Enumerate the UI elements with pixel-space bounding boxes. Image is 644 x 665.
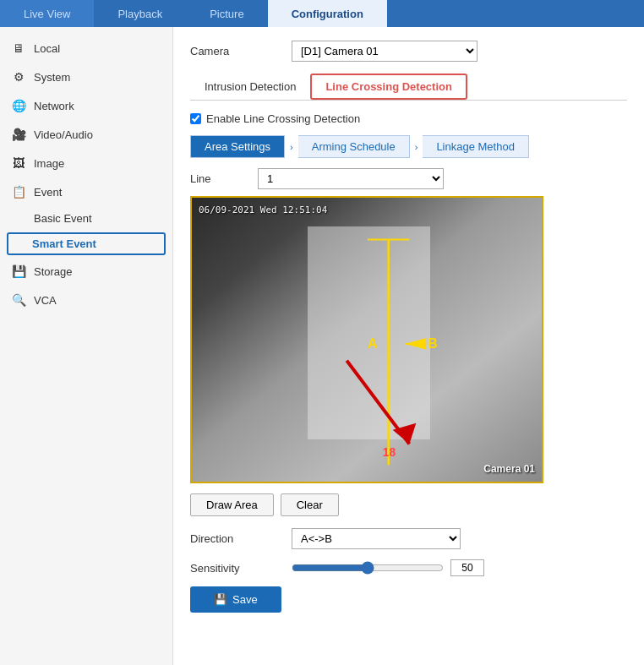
draw-clear-buttons: Draw Area Clear: [190, 493, 627, 516]
nav-live-view[interactable]: Live View: [0, 0, 94, 27]
subtab-linkage-method[interactable]: Linkage Method: [423, 135, 529, 158]
direction-label: Direction: [190, 532, 292, 545]
detection-tabs: Intrusion Detection Line Crossing Detect…: [190, 74, 627, 101]
sensitivity-row: Sensitivity 50: [190, 559, 627, 576]
sidebar-label-video-audio: Video/Audio: [34, 128, 93, 141]
enable-line-crossing-label: Enable Line Crossing Detection: [206, 112, 360, 125]
direction-row: Direction A<->BA->BB->A: [190, 528, 627, 549]
video-icon: 🎥: [10, 128, 27, 141]
subtab-arrow-1: ›: [285, 135, 298, 158]
main-layout: 🖥 Local ⚙ System 🌐 Network 🎥 Video/Audio…: [0, 27, 644, 665]
image-icon: 🖼: [10, 156, 27, 170]
sensitivity-slider[interactable]: [292, 561, 444, 575]
svg-text:18: 18: [383, 445, 396, 459]
save-label: Save: [232, 593, 258, 606]
main-content-area: Camera [D1] Camera 01[D2] Camera 02[D3] …: [173, 27, 644, 665]
camera-label-overlay: Camera 01: [483, 463, 535, 475]
sidebar-item-event[interactable]: 📋 Event: [0, 177, 172, 206]
vca-icon: 🔍: [10, 293, 27, 307]
sidebar-item-smart-event[interactable]: Smart Event: [7, 232, 166, 255]
subtab-area-settings[interactable]: Area Settings: [190, 135, 285, 158]
save-button[interactable]: 💾 Save: [190, 586, 281, 613]
monitor-icon: 🖥: [10, 41, 27, 55]
subtab-arrow-2: ›: [410, 135, 423, 158]
save-icon: 💾: [214, 593, 227, 606]
event-icon: 📋: [10, 185, 27, 199]
svg-text:A: A: [368, 336, 377, 351]
sidebar-item-image[interactable]: 🖼 Image: [0, 149, 172, 177]
sidebar-label-image: Image: [34, 157, 64, 170]
sidebar-item-system[interactable]: ⚙ System: [0, 63, 172, 91]
clear-button[interactable]: Clear: [281, 493, 339, 516]
enable-line-crossing-checkbox[interactable]: [190, 113, 201, 124]
sidebar-label-storage: Storage: [34, 265, 73, 278]
line-row: Line 1 2 3 4: [190, 168, 627, 189]
camera-label: Camera: [190, 45, 292, 57]
sidebar: 🖥 Local ⚙ System 🌐 Network 🎥 Video/Audio…: [0, 27, 173, 665]
line-select[interactable]: 1 2 3 4: [258, 168, 444, 189]
gear-icon: ⚙: [10, 70, 27, 84]
sidebar-label-system: System: [34, 71, 70, 84]
sensitivity-slider-container: 50: [292, 559, 484, 576]
sidebar-item-basic-event[interactable]: Basic Event: [0, 206, 172, 231]
direction-select[interactable]: A<->BA->BB->A: [292, 528, 461, 549]
subtab-arming-schedule[interactable]: Arming Schedule: [298, 135, 410, 158]
svg-text:B: B: [428, 336, 437, 351]
top-navigation: Live View Playback Picture Configuration: [0, 0, 644, 27]
sidebar-label-local: Local: [34, 42, 60, 55]
sidebar-label-network: Network: [34, 100, 74, 112]
tab-line-crossing-detection[interactable]: Line Crossing Detection: [310, 74, 467, 100]
sidebar-item-local[interactable]: 🖥 Local: [0, 34, 172, 63]
sidebar-item-network[interactable]: 🌐 Network: [0, 91, 172, 120]
sidebar-item-video-audio[interactable]: 🎥 Video/Audio: [0, 120, 172, 149]
camera-select[interactable]: [D1] Camera 01[D2] Camera 02[D3] Camera …: [292, 41, 478, 62]
camera-row: Camera [D1] Camera 01[D2] Camera 02[D3] …: [190, 41, 627, 62]
line-label: Line: [190, 172, 258, 185]
camera-overlay-svg: A B 18: [192, 198, 542, 482]
sidebar-item-storage[interactable]: 💾 Storage: [0, 257, 172, 286]
nav-playback[interactable]: Playback: [94, 0, 186, 27]
camera-feed: 06/09-2021 Wed 12:51:04 A B 18 Camera 0: [190, 196, 543, 483]
sensitivity-value: 50: [450, 559, 484, 576]
network-icon: 🌐: [10, 99, 27, 112]
enable-checkbox-row: Enable Line Crossing Detection: [190, 112, 627, 125]
nav-picture[interactable]: Picture: [186, 0, 267, 27]
sidebar-label-event: Event: [34, 186, 62, 199]
sidebar-label-vca: VCA: [34, 294, 57, 307]
storage-icon: 💾: [10, 264, 27, 278]
subtabs-row: Area Settings › Arming Schedule › Linkag…: [190, 135, 627, 158]
sidebar-item-vca[interactable]: 🔍 VCA: [0, 286, 172, 314]
tab-intrusion-detection[interactable]: Intrusion Detection: [190, 74, 310, 99]
sensitivity-label: Sensitivity: [190, 562, 292, 575]
nav-configuration[interactable]: Configuration: [268, 0, 387, 27]
draw-area-button[interactable]: Draw Area: [190, 493, 274, 516]
